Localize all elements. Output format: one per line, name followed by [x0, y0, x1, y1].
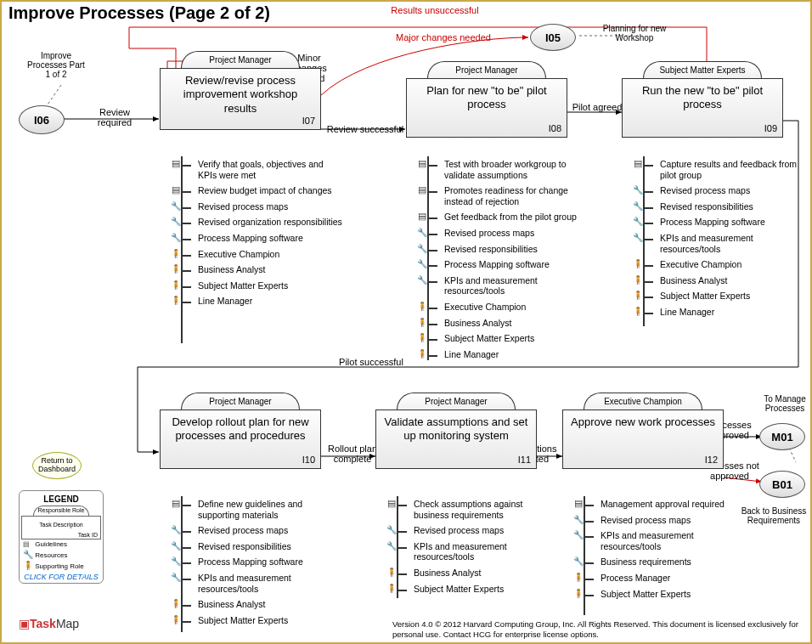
detail-item: Subject Matter Experts	[169, 278, 343, 294]
detail-text: Process Mapping software	[660, 217, 765, 227]
label-results-unsuccessful: Results unsuccessful	[375, 5, 494, 15]
detail-text: Revised organization responsibilities	[198, 217, 342, 227]
person-icon	[417, 348, 426, 360]
task-desc: Validate assumptions and set up monitori…	[385, 415, 528, 442]
detail-text: Revised responsibilities	[660, 201, 753, 212]
label-improve-part1: Improve Processes Part 1 of 2	[27, 51, 85, 79]
person-icon	[171, 614, 180, 626]
node-b01[interactable]: B01	[759, 471, 805, 498]
legend-rows: Guidelines Resources Supporting Role	[21, 539, 101, 571]
detail-item: KPIs and measurement resources/tools	[415, 273, 589, 299]
node-i06[interactable]: I06	[19, 105, 65, 134]
details-i08: Test with broader workgroup to validate …	[415, 156, 589, 360]
doc-icon	[171, 158, 180, 170]
detail-text: Get feedback from the pilot group	[444, 212, 577, 222]
task-i09[interactable]: Subject Matter Experts Run the new "to b…	[622, 61, 783, 138]
detail-text: Subject Matter Experts	[198, 615, 288, 625]
legend-role: Responsible Role	[33, 506, 89, 516]
detail-item: Business Analyst	[169, 262, 343, 278]
legend-desc: Task Description	[39, 522, 82, 528]
person-icon	[386, 567, 396, 579]
detail-item: Management approval required	[572, 496, 746, 512]
detail-text: Process Mapping software	[444, 259, 550, 269]
wrench-icon	[633, 184, 642, 196]
detail-item: Process Mapping software	[631, 214, 805, 230]
doc-icon	[171, 184, 180, 196]
legend-box[interactable]: LEGEND Responsible Role Task Description…	[19, 490, 104, 584]
detail-item: Revised responsibilities	[631, 199, 805, 215]
label-major-changes: Major changes needed	[384, 32, 503, 42]
task-i12[interactable]: Executive Champion Approve new work proc…	[562, 393, 724, 469]
detail-text: KPIs and measurement resources/tools	[444, 275, 538, 297]
detail-item: Subject Matter Experts	[169, 613, 343, 629]
detail-text: Management approval required	[601, 499, 725, 509]
detail-item: Executive Champion	[631, 257, 805, 273]
detail-text: Subject Matter Experts	[660, 291, 750, 301]
legend-tid: Task ID	[78, 532, 98, 538]
detail-item: Line Manager	[169, 293, 343, 309]
task-i11[interactable]: Project Manager Validate assumptions and…	[375, 393, 537, 469]
wrench-icon	[171, 540, 180, 552]
detail-item: Revised process maps	[385, 523, 559, 539]
legend-click[interactable]: CLICK FOR DETAILS	[21, 571, 101, 581]
detail-text: Line Manager	[660, 307, 714, 317]
detail-text: Subject Matter Experts	[414, 584, 504, 594]
task-i10[interactable]: Project Manager Develop rollout plan for…	[160, 393, 321, 469]
detail-text: Define new guidelines and supporting mat…	[198, 499, 302, 520]
wrench-icon	[386, 540, 396, 552]
detail-text: Revised process maps	[198, 525, 288, 535]
node-m01[interactable]: M01	[759, 423, 805, 450]
task-i07[interactable]: Project Manager Review/revise process im…	[160, 51, 321, 130]
detail-item: Verify that goals, objectives and KPIs w…	[169, 156, 343, 183]
label-rollout-complete: Rollout plan complete	[323, 443, 382, 464]
person-icon	[386, 583, 396, 595]
detail-text: Business Analyst	[444, 318, 511, 328]
wrench-icon	[633, 216, 642, 228]
wrench-icon	[573, 529, 583, 541]
wrench-icon	[171, 201, 180, 212]
doc-icon	[171, 498, 180, 510]
detail-text: Review budget impact of changes	[198, 185, 332, 195]
return-dashboard-button[interactable]: Return to Dashboard	[32, 452, 82, 479]
wrench-icon	[417, 274, 426, 286]
detail-text: Subject Matter Experts	[601, 589, 691, 599]
doc-icon	[417, 158, 426, 170]
node-i05[interactable]: I05	[530, 24, 576, 51]
person-icon	[633, 258, 642, 270]
wrench-icon	[573, 514, 583, 526]
detail-item: Promotes readiness for change instead of…	[415, 183, 589, 209]
detail-item: Revised responsibilities	[169, 539, 343, 555]
task-desc: Approve new work processes	[571, 415, 715, 428]
taskmap-logo: ▣TaskMap	[19, 617, 79, 630]
detail-item: Executive Champion	[169, 246, 343, 263]
person-icon	[171, 295, 180, 307]
detail-item: Process Mapping software	[169, 230, 343, 246]
person-icon	[417, 301, 426, 313]
detail-item: Subject Matter Experts	[631, 288, 805, 304]
detail-item: Executive Champion	[415, 299, 589, 315]
wrench-icon	[417, 243, 426, 255]
label-to-manage: To Manage Processes	[759, 394, 810, 413]
detail-item: Process Mapping software	[169, 554, 343, 570]
detail-item: Revised responsibilities	[415, 241, 589, 257]
task-desc: Run the new "to be" pilot process	[642, 84, 763, 110]
doc-icon	[633, 158, 642, 170]
legend-row-text: Resources	[33, 551, 67, 559]
task-role: Executive Champion	[584, 393, 702, 410]
doc-icon	[386, 498, 396, 510]
detail-text: Executive Champion	[198, 249, 279, 259]
legend-row: Guidelines	[21, 539, 101, 549]
person-icon	[573, 572, 583, 584]
person-icon	[417, 317, 426, 329]
task-i08[interactable]: Project Manager Plan for new "to be" pil…	[406, 61, 567, 138]
detail-item: Capture results and feedback from pilot …	[631, 156, 805, 183]
detail-item: Process Mapping software	[415, 257, 589, 273]
person-icon	[633, 306, 642, 318]
label-review-successful: Review successful	[323, 124, 408, 134]
detail-text: Revised process maps	[601, 515, 691, 525]
detail-item: KPIs and measurement resources/tools	[572, 528, 746, 554]
doc-icon	[417, 211, 426, 223]
legend-row-text: Guidelines	[33, 540, 67, 548]
detail-text: Capture results and feedback from pilot …	[660, 159, 797, 180]
detail-text: Promotes readiness for change instead of…	[444, 185, 568, 206]
